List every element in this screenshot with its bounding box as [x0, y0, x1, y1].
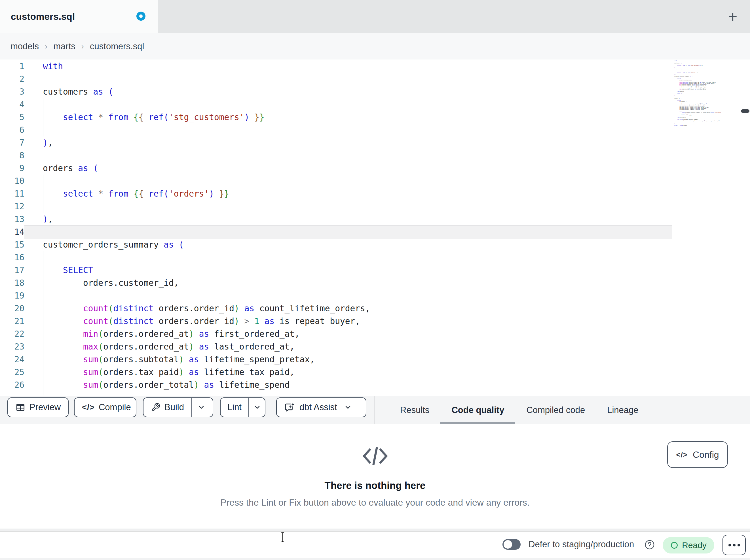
line-number: 24 [0, 353, 24, 366]
code-line[interactable]: with [43, 60, 370, 73]
code-line[interactable]: customer_orders_summary as ( [43, 238, 370, 251]
code-icon: </> [676, 450, 688, 459]
code-line[interactable]: SELECT [43, 264, 370, 277]
line-number: 15 [0, 238, 24, 251]
code-line[interactable] [43, 290, 370, 302]
breadcrumb-separator-icon: › [81, 42, 84, 51]
preview-button[interactable]: Preview [7, 397, 68, 417]
line-number: 6 [0, 124, 24, 137]
code-brackets-icon [361, 442, 389, 470]
more-options-button[interactable] [723, 535, 746, 555]
line-number: 26 [0, 379, 24, 392]
code-line[interactable] [43, 73, 370, 86]
code-text: withcustomers as ( select * from {{ ref(… [43, 60, 370, 392]
file-tab-customers-sql[interactable]: customers.sql [0, 0, 158, 33]
chevron-down-icon [253, 403, 261, 411]
code-line[interactable]: select * from {{ ref('orders') }} [43, 188, 370, 200]
line-number: 7 [0, 137, 24, 149]
empty-state-description: Press the Lint or Fix button above to ev… [0, 497, 750, 508]
wrench-icon [151, 402, 160, 412]
line-number-gutter: 1234567891011121314151617181920212223242… [0, 60, 24, 392]
code-editor[interactable]: 1234567891011121314151617181920212223242… [0, 60, 750, 396]
code-line[interactable]: count(distinct orders.order_id) as count… [43, 302, 370, 315]
code-icon: </> [82, 403, 95, 412]
code-line[interactable]: sum(orders.tax_paid) as lifetime_tax_pai… [43, 366, 370, 379]
lint-dropdown-button[interactable] [249, 398, 266, 417]
scrollbar-thumb[interactable] [741, 109, 749, 113]
tab-compiled-code[interactable]: Compiled code [515, 396, 596, 424]
code-quality-panel: There is nothing here Press the Lint or … [0, 424, 750, 528]
code-line[interactable] [43, 98, 370, 111]
code-line[interactable]: ), [43, 213, 370, 226]
chevron-down-icon [197, 403, 205, 411]
line-number: 21 [0, 315, 24, 328]
preview-label: Preview [29, 402, 61, 412]
code-line[interactable] [43, 149, 370, 162]
line-number: 25 [0, 366, 24, 379]
empty-state-title: There is nothing here [0, 480, 750, 491]
lint-split-button[interactable]: Lint [220, 397, 265, 417]
tab-lineage[interactable]: Lineage [596, 396, 649, 424]
code-line[interactable]: sum(orders.subtotal) as lifetime_spend_p… [43, 353, 370, 366]
code-line[interactable]: select * from {{ ref('stg_customers') }} [43, 111, 370, 124]
code-line[interactable]: orders as ( [43, 162, 370, 175]
lint-button[interactable]: Lint [221, 398, 249, 417]
code-line[interactable]: sum(orders.order_total) as lifetime_spen… [43, 379, 370, 392]
tab-results[interactable]: Results [389, 396, 440, 424]
line-number: 1 [0, 60, 24, 73]
compile-label: Compile [99, 402, 131, 412]
code-line[interactable] [43, 200, 370, 213]
code-line[interactable] [43, 175, 370, 188]
new-tab-button[interactable]: + [722, 0, 744, 33]
config-label: Config [693, 450, 719, 460]
code-line[interactable] [43, 226, 370, 238]
line-number: 5 [0, 111, 24, 124]
line-number: 11 [0, 188, 24, 200]
window-bottom-strip [0, 558, 750, 560]
config-button[interactable]: </> Config [667, 441, 728, 468]
line-number: 14 [0, 226, 24, 238]
status-bar: Defer to staging/production Ready [0, 532, 750, 558]
plus-icon: + [728, 7, 737, 26]
line-number: 18 [0, 277, 24, 290]
line-number: 16 [0, 251, 24, 264]
action-toolbar: Preview </> Compile Build Lint [0, 396, 750, 424]
code-line[interactable]: max(orders.ordered_at) as last_ordered_a… [43, 340, 370, 353]
build-button[interactable]: Build [143, 398, 191, 417]
breadcrumb-marts: marts [53, 41, 75, 51]
compile-button[interactable]: </> Compile [74, 397, 136, 417]
tab-code-quality[interactable]: Code quality [440, 396, 515, 424]
line-number: 19 [0, 290, 24, 302]
code-line[interactable]: orders.customer_id, [43, 277, 370, 290]
dbt-assist-button[interactable]: dbt Assist [276, 397, 366, 417]
defer-toggle[interactable] [502, 539, 520, 550]
ellipsis-icon [728, 544, 731, 546]
help-button[interactable] [644, 539, 655, 551]
table-icon [15, 402, 25, 412]
ellipsis-icon [737, 544, 740, 546]
build-split-button[interactable]: Build [143, 397, 213, 417]
defer-label: Defer to staging/production [529, 539, 634, 550]
toolbar-divider [374, 396, 375, 424]
tab-bar-divider [716, 0, 716, 33]
line-number: 10 [0, 175, 24, 188]
minimap[interactable]: with customers as ( select * from {{ ref… [674, 60, 740, 128]
toggle-knob [504, 540, 512, 549]
line-number: 23 [0, 340, 24, 353]
breadcrumb: models › marts › customers.sql [11, 33, 144, 60]
code-line[interactable]: count(distinct orders.order_id) > 1 as i… [43, 315, 370, 328]
build-dropdown-button[interactable] [191, 398, 211, 417]
code-line[interactable] [43, 251, 370, 264]
ready-status-badge: Ready [663, 537, 714, 554]
minimap-code: with customers as ( select * from {{ ref… [674, 60, 740, 126]
code-line[interactable]: ), [43, 137, 370, 149]
panel-tab-list: Results Code quality Compiled code Linea… [389, 396, 650, 424]
ready-label: Ready [682, 540, 707, 550]
breadcrumb-file: customers.sql [90, 41, 144, 51]
code-line[interactable] [43, 124, 370, 137]
code-line[interactable]: customers as ( [43, 86, 370, 98]
line-number: 4 [0, 98, 24, 111]
code-line[interactable]: min(orders.ordered_at) as first_ordered_… [43, 328, 370, 340]
line-number: 22 [0, 328, 24, 340]
chevron-down-icon [344, 403, 352, 411]
